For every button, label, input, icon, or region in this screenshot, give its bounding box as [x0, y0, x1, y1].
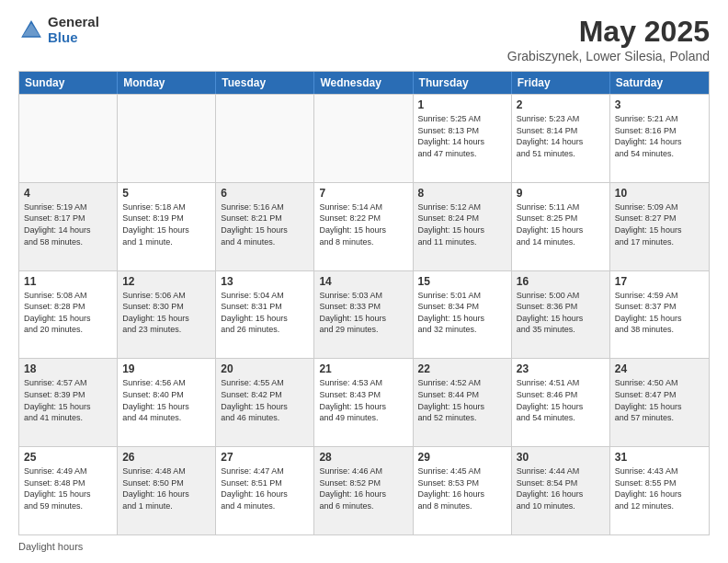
cell-content: Sunrise: 4:43 AM Sunset: 8:55 PM Dayligh… [615, 465, 704, 511]
table-row [19, 95, 118, 182]
cell-content: Sunrise: 5:01 AM Sunset: 8:34 PM Dayligh… [418, 290, 506, 336]
table-row: 20Sunrise: 4:55 AM Sunset: 8:42 PM Dayli… [216, 359, 314, 446]
table-row: 12Sunrise: 5:06 AM Sunset: 8:30 PM Dayli… [118, 271, 216, 359]
cell-content: Sunrise: 4:52 AM Sunset: 8:44 PM Dayligh… [418, 377, 506, 423]
header-monday: Monday [118, 72, 216, 94]
table-row: 28Sunrise: 4:46 AM Sunset: 8:52 PM Dayli… [314, 447, 413, 534]
day-number: 25 [24, 451, 112, 464]
day-number: 14 [319, 275, 407, 288]
day-number: 27 [221, 451, 309, 464]
cell-content: Sunrise: 4:46 AM Sunset: 8:52 PM Dayligh… [319, 465, 407, 511]
cell-content: Sunrise: 5:06 AM Sunset: 8:30 PM Dayligh… [122, 290, 210, 336]
table-row: 5Sunrise: 5:18 AM Sunset: 8:19 PM Daylig… [118, 183, 216, 270]
day-number: 18 [24, 362, 112, 375]
table-row: 1Sunrise: 5:25 AM Sunset: 8:13 PM Daylig… [414, 95, 512, 182]
cell-content: Sunrise: 4:48 AM Sunset: 8:50 PM Dayligh… [122, 465, 210, 511]
cell-content: Sunrise: 5:00 AM Sunset: 8:36 PM Dayligh… [517, 290, 605, 336]
table-row: 7Sunrise: 5:14 AM Sunset: 8:22 PM Daylig… [314, 183, 413, 270]
table-row: 23Sunrise: 4:51 AM Sunset: 8:46 PM Dayli… [512, 359, 610, 446]
table-row: 22Sunrise: 4:52 AM Sunset: 8:44 PM Dayli… [414, 359, 512, 446]
table-row: 27Sunrise: 4:47 AM Sunset: 8:51 PM Dayli… [216, 447, 314, 534]
cell-content: Sunrise: 4:55 AM Sunset: 8:42 PM Dayligh… [221, 377, 309, 423]
calendar-row-1: 1Sunrise: 5:25 AM Sunset: 8:13 PM Daylig… [19, 94, 709, 182]
table-row: 14Sunrise: 5:03 AM Sunset: 8:33 PM Dayli… [314, 271, 413, 359]
cell-content: Sunrise: 5:23 AM Sunset: 8:14 PM Dayligh… [517, 113, 605, 159]
day-number: 23 [517, 362, 605, 375]
day-number: 30 [517, 451, 605, 464]
table-row: 13Sunrise: 5:04 AM Sunset: 8:31 PM Dayli… [216, 271, 314, 359]
day-number: 9 [517, 187, 605, 200]
cell-content: Sunrise: 5:14 AM Sunset: 8:22 PM Dayligh… [319, 201, 407, 247]
table-row: 25Sunrise: 4:49 AM Sunset: 8:48 PM Dayli… [19, 447, 118, 534]
day-number: 28 [319, 451, 407, 464]
day-number: 29 [418, 451, 506, 464]
calendar-row-4: 18Sunrise: 4:57 AM Sunset: 8:39 PM Dayli… [19, 358, 709, 446]
cell-content: Sunrise: 4:51 AM Sunset: 8:46 PM Dayligh… [517, 377, 605, 423]
day-number: 19 [122, 362, 210, 375]
day-number: 26 [122, 451, 210, 464]
cell-content: Sunrise: 5:08 AM Sunset: 8:28 PM Dayligh… [24, 290, 112, 336]
table-row [118, 95, 216, 182]
calendar: Sunday Monday Tuesday Wednesday Thursday… [18, 71, 710, 535]
day-number: 24 [615, 362, 704, 375]
table-row: 16Sunrise: 5:00 AM Sunset: 8:36 PM Dayli… [512, 271, 610, 359]
table-row: 11Sunrise: 5:08 AM Sunset: 8:28 PM Dayli… [19, 271, 118, 359]
table-row: 26Sunrise: 4:48 AM Sunset: 8:50 PM Dayli… [118, 447, 216, 534]
logo-text: General Blue [48, 15, 99, 45]
footer: Daylight hours [18, 541, 710, 552]
calendar-row-5: 25Sunrise: 4:49 AM Sunset: 8:48 PM Dayli… [19, 446, 709, 534]
table-row [216, 95, 314, 182]
cell-content: Sunrise: 4:47 AM Sunset: 8:51 PM Dayligh… [221, 465, 309, 511]
cell-content: Sunrise: 5:19 AM Sunset: 8:17 PM Dayligh… [24, 201, 112, 247]
day-number: 5 [122, 187, 210, 200]
calendar-header: Sunday Monday Tuesday Wednesday Thursday… [19, 72, 709, 94]
header-friday: Friday [512, 72, 610, 94]
table-row: 29Sunrise: 4:45 AM Sunset: 8:53 PM Dayli… [414, 447, 512, 534]
table-row: 3Sunrise: 5:21 AM Sunset: 8:16 PM Daylig… [610, 95, 709, 182]
cell-content: Sunrise: 5:11 AM Sunset: 8:25 PM Dayligh… [517, 201, 605, 247]
logo-general-text: General [48, 15, 99, 30]
table-row: 6Sunrise: 5:16 AM Sunset: 8:21 PM Daylig… [216, 183, 314, 270]
svg-marker-1 [23, 23, 40, 36]
cell-content: Sunrise: 5:18 AM Sunset: 8:19 PM Dayligh… [122, 201, 210, 247]
day-number: 17 [615, 275, 704, 288]
cell-content: Sunrise: 5:12 AM Sunset: 8:24 PM Dayligh… [418, 201, 506, 247]
logo-blue-text: Blue [48, 30, 99, 46]
table-row: 2Sunrise: 5:23 AM Sunset: 8:14 PM Daylig… [512, 95, 610, 182]
logo-icon [18, 17, 44, 43]
header-tuesday: Tuesday [216, 72, 314, 94]
title-block: May 2025 Grabiszynek, Lower Silesia, Pol… [507, 15, 710, 63]
cell-content: Sunrise: 4:53 AM Sunset: 8:43 PM Dayligh… [319, 377, 407, 423]
footer-text: Daylight hours [18, 541, 83, 552]
page: General Blue May 2025 Grabiszynek, Lower… [0, 0, 728, 563]
day-number: 16 [517, 275, 605, 288]
day-number: 15 [418, 275, 506, 288]
cell-content: Sunrise: 5:25 AM Sunset: 8:13 PM Dayligh… [418, 113, 506, 159]
day-number: 4 [24, 187, 112, 200]
logo: General Blue [18, 15, 99, 45]
cell-content: Sunrise: 4:44 AM Sunset: 8:54 PM Dayligh… [517, 465, 605, 511]
calendar-row-3: 11Sunrise: 5:08 AM Sunset: 8:28 PM Dayli… [19, 270, 709, 359]
cell-content: Sunrise: 4:45 AM Sunset: 8:53 PM Dayligh… [418, 465, 506, 511]
table-row: 15Sunrise: 5:01 AM Sunset: 8:34 PM Dayli… [414, 271, 512, 359]
day-number: 1 [418, 98, 506, 111]
cell-content: Sunrise: 4:59 AM Sunset: 8:37 PM Dayligh… [615, 290, 704, 336]
table-row: 31Sunrise: 4:43 AM Sunset: 8:55 PM Dayli… [610, 447, 709, 534]
day-number: 6 [221, 187, 309, 200]
day-number: 2 [517, 98, 605, 111]
cell-content: Sunrise: 4:57 AM Sunset: 8:39 PM Dayligh… [24, 377, 112, 423]
cell-content: Sunrise: 4:50 AM Sunset: 8:47 PM Dayligh… [615, 377, 704, 423]
table-row: 10Sunrise: 5:09 AM Sunset: 8:27 PM Dayli… [610, 183, 709, 270]
day-number: 7 [319, 187, 407, 200]
table-row: 17Sunrise: 4:59 AM Sunset: 8:37 PM Dayli… [610, 271, 709, 359]
cell-content: Sunrise: 5:16 AM Sunset: 8:21 PM Dayligh… [221, 201, 309, 247]
cell-content: Sunrise: 4:56 AM Sunset: 8:40 PM Dayligh… [122, 377, 210, 423]
header-wednesday: Wednesday [314, 72, 413, 94]
day-number: 22 [418, 362, 506, 375]
day-number: 12 [122, 275, 210, 288]
day-number: 3 [615, 98, 704, 111]
calendar-body: 1Sunrise: 5:25 AM Sunset: 8:13 PM Daylig… [19, 94, 709, 534]
table-row: 24Sunrise: 4:50 AM Sunset: 8:47 PM Dayli… [610, 359, 709, 446]
day-number: 20 [221, 362, 309, 375]
day-number: 13 [221, 275, 309, 288]
